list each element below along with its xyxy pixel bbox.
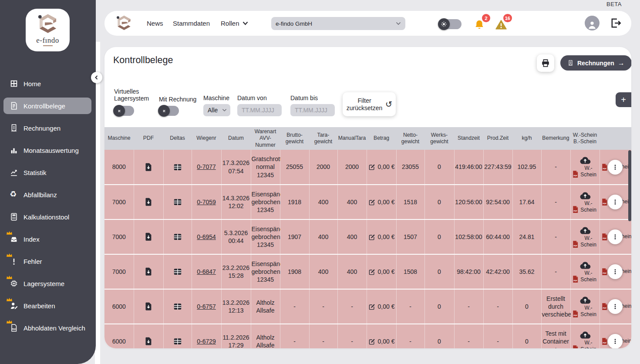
row-menu-button[interactable] — [608, 299, 623, 314]
wschein-pdf-icon[interactable]: PDF — [572, 310, 579, 318]
deltas-icon[interactable] — [164, 232, 191, 242]
bschein-pdf-icon[interactable]: PDF — [601, 337, 608, 345]
row-menu-button[interactable] — [608, 334, 623, 348]
sidebar-item-statistik[interactable]: Statistik — [3, 164, 91, 181]
nav-item-rollen[interactable]: Rollen — [221, 11, 248, 36]
notifications-bell-button[interactable]: 2 — [473, 18, 486, 31]
wschein-label[interactable]: W.-Schein — [579, 340, 598, 349]
edit-amount-icon[interactable] — [368, 338, 376, 345]
edit-amount-icon[interactable] — [368, 268, 376, 276]
wschein-pdf-icon[interactable]: PDF — [572, 240, 579, 248]
sidebar-item-kontrollbelege[interactable]: Kontrollbelege — [3, 98, 91, 114]
upload-wschein-icon[interactable] — [579, 226, 591, 235]
print-button[interactable] — [537, 54, 554, 72]
sidebar-item-rechnungen[interactable]: Rechnungen — [3, 120, 91, 136]
sidebar-item-label: Abfallbilanz — [24, 191, 57, 199]
row-menu-button[interactable] — [608, 229, 623, 244]
wiegenr-link[interactable]: 0-6954 — [197, 233, 216, 240]
wiegenr-link[interactable]: 0-6847 — [197, 268, 216, 275]
upload-wschein-icon[interactable] — [579, 156, 591, 165]
date-from-label: Datum von — [237, 94, 267, 101]
date-to-input[interactable] — [290, 104, 335, 116]
bschein-pdf-icon[interactable]: PDF — [601, 268, 608, 276]
pdf-download-icon[interactable] — [135, 267, 163, 276]
deltas-icon[interactable] — [164, 302, 191, 311]
reset-filters-button[interactable]: Filter zurücksetzen ↺ — [343, 92, 396, 116]
crown-icon — [6, 275, 13, 280]
bschein-pdf-icon[interactable]: PDF — [601, 233, 608, 241]
sidebar-item-bearbeiten[interactable]: Bearbeiten — [3, 297, 91, 314]
collapse-sidebar-button[interactable] — [91, 72, 102, 83]
upload-wschein-icon[interactable] — [579, 261, 591, 270]
wiegenr-link[interactable]: 0-7077 — [197, 163, 216, 170]
cell-taragewicht: 2000 — [309, 150, 337, 185]
upload-wschein-icon[interactable] — [579, 330, 591, 339]
bschein-pdf-icon[interactable]: PDF — [601, 303, 608, 310]
logout-button[interactable] — [610, 17, 623, 30]
edit-amount-icon[interactable] — [368, 199, 376, 206]
vertical-scrollbar[interactable] — [628, 150, 631, 221]
sidebar-item-home[interactable]: Home — [3, 75, 91, 92]
sidebar-item-index[interactable]: Index — [3, 231, 91, 247]
machine-select[interactable]: Alle — [203, 104, 230, 116]
cell-standzeit: 120:56:00 — [454, 185, 483, 219]
upload-wschein-icon[interactable] — [579, 191, 591, 200]
wiegenr-link[interactable]: 0-6729 — [197, 338, 216, 345]
bschein-pdf-icon[interactable]: PDF — [601, 163, 608, 171]
wschein-label[interactable]: W.-Schein — [579, 235, 598, 248]
company-select[interactable]: e-findo GmbH — [271, 17, 405, 30]
date-from-input[interactable] — [237, 104, 282, 116]
table-row: 70000-684723.2.2026 15:28Eisenspäne gebr… — [104, 254, 631, 289]
pdf-file-icon: PDF — [10, 324, 18, 332]
deltas-icon[interactable] — [164, 337, 191, 346]
upload-wschein-icon[interactable] — [579, 296, 591, 304]
wschein-label[interactable]: W.-Schein — [579, 200, 598, 213]
deltas-icon[interactable] — [164, 197, 191, 207]
sidebar-item-kalkulationstool[interactable]: Kalkulationstool — [3, 209, 91, 225]
wschein-label[interactable]: W.-Schein — [579, 305, 598, 318]
edit-amount-icon[interactable] — [368, 163, 376, 171]
sidebar-item-abholdaten-vergleich[interactable]: PDFAbholdaten Vergleich — [3, 320, 91, 336]
column-header-14: Prod.Zeit — [483, 127, 512, 150]
wschein-label[interactable]: W.-Schein — [579, 270, 598, 283]
wschein-pdf-icon[interactable]: PDF — [572, 170, 579, 178]
wiegenr-link[interactable]: 0-7059 — [197, 199, 216, 206]
row-menu-button[interactable] — [608, 195, 623, 209]
sidebar-item-lagersysteme[interactable]: Lagersysteme — [3, 275, 91, 292]
with-invoice-toggle[interactable] — [159, 106, 179, 116]
sidebar-item-fehler[interactable]: Fehler — [3, 253, 91, 270]
chevron-down-icon — [222, 108, 227, 112]
deltas-icon[interactable] — [164, 267, 191, 276]
user-avatar[interactable] — [585, 16, 600, 30]
dark-mode-toggle[interactable] — [439, 19, 461, 29]
wschein-label[interactable]: W.-Schein — [579, 165, 598, 178]
edit-amount-icon[interactable] — [368, 303, 376, 310]
add-button[interactable]: + — [616, 92, 631, 107]
cell-pdf — [134, 150, 163, 185]
virtual-storage-toggle[interactable] — [114, 106, 134, 116]
sidebar-item-abfallbilanz[interactable]: ♻Abfallbilanz — [3, 186, 91, 203]
invoices-button[interactable]: Rechnungen → — [560, 55, 631, 71]
bschein-pdf-icon[interactable]: PDF — [601, 198, 608, 206]
wschein-pdf-icon[interactable]: PDF — [572, 206, 579, 213]
pdf-download-icon[interactable] — [135, 197, 163, 207]
wiegenr-link[interactable]: 0-6757 — [197, 303, 216, 310]
nav-item-stammdaten[interactable]: Stammdaten — [173, 11, 210, 36]
wschein-pdf-icon[interactable]: PDF — [572, 275, 579, 283]
cell-datum: 5.3.2026 00:44 — [221, 219, 251, 254]
pdf-download-icon[interactable] — [135, 337, 163, 346]
pdf-download-icon[interactable] — [135, 302, 163, 311]
svg-text:PDF: PDF — [573, 210, 577, 212]
row-menu-button[interactable] — [608, 160, 623, 175]
edit-amount-icon[interactable] — [368, 233, 376, 241]
warnings-button[interactable]: 16 — [495, 18, 508, 31]
cell-maschine: 7000 — [104, 254, 134, 289]
deltas-icon[interactable] — [164, 162, 191, 172]
pdf-download-icon[interactable] — [135, 162, 163, 172]
pdf-download-icon[interactable] — [135, 232, 163, 242]
wschein-pdf-icon[interactable]: PDF — [572, 345, 579, 349]
sidebar-item-monatsauswertung[interactable]: Monatsauswertung — [3, 142, 91, 158]
row-menu-button[interactable] — [608, 264, 623, 279]
nav-item-news[interactable]: News — [147, 11, 163, 36]
cell-bruttogewicht: 1907 — [280, 219, 309, 254]
